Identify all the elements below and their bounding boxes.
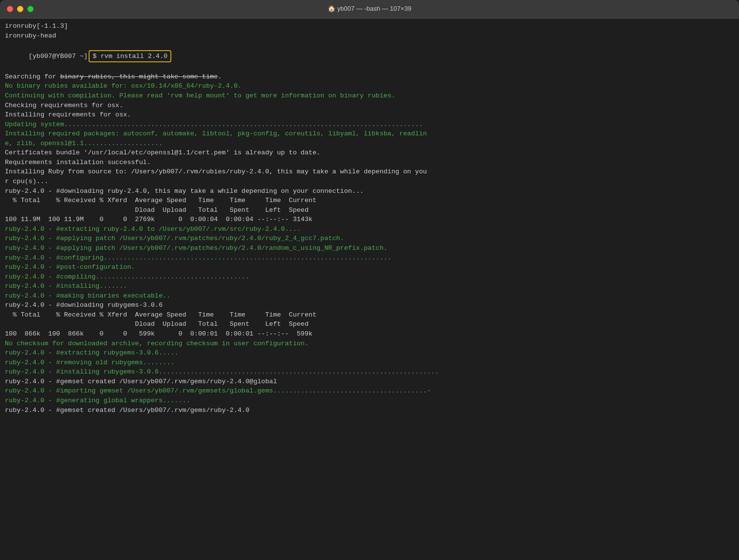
terminal-line: ruby-2.4.0 - #installing rubygems-3.0.6.… [5,367,734,377]
prompt: [yb007@YB007 ~] [29,53,92,60]
terminal-line: ruby-2.4.0 - #installing....... [5,281,734,291]
terminal-line: Searching for binary rubies, this might … [5,72,734,82]
terminal-line: No binary rubies available for: osx/10.1… [5,81,734,91]
terminal-line: Requirements installation successful. [5,158,734,168]
terminal-line: Dload Upload Total Spent Left Speed [5,319,734,329]
terminal-command-line: [yb007@YB007 ~] $ rvm install 2.4.0 [5,40,734,72]
terminal-line: ruby-2.4.0 - #post-configuration. [5,262,734,272]
terminal-line: ruby-2.4.0 - #generating global wrappers… [5,396,734,406]
terminal-line: ruby-2.4.0 - #extracting rubygems-3.0.6.… [5,348,734,358]
terminal-line: ruby-2.4.0 - #configuring...............… [5,253,734,263]
minimize-button[interactable] [17,6,23,12]
terminal-line: ruby-2.4.0 - #extracting ruby-2.4.0 to /… [5,224,734,234]
terminal-line: ruby-2.4.0 - #making binaries executable… [5,291,734,301]
terminal-line: % Total % Received % Xferd Average Speed… [5,196,734,205]
terminal-line: Continuing with compilation. Please read… [5,91,734,101]
terminal-line: Installing required packages: autoconf, … [5,129,734,139]
terminal-line: No checksum for downloaded archive, reco… [5,339,734,349]
terminal-line: ironruby[-1.1.3] [5,21,734,31]
terminal-line: Dload Upload Total Spent Left Speed [5,205,734,215]
terminal-line: ruby-2.4.0 - #compiling.................… [5,272,734,282]
titlebar-title: 🏠 yb007 — -bash — 107×39 [328,4,411,14]
command-highlight-box: $ rvm install 2.4.0 [89,50,171,63]
terminal-line: Certificates bundle '/usr/local/etc/open… [5,148,734,158]
terminal-body[interactable]: ironruby[-1.1.3] ironruby-head [yb007@YB… [0,19,739,560]
terminal-line: ironruby-head [5,31,734,41]
terminal-line: ruby-2.4.0 - #importing gemset /Users/yb… [5,386,734,396]
traffic-lights [7,6,34,12]
terminal-line: Installing Ruby from source to: /Users/y… [5,167,734,177]
terminal-line: ruby-2.4.0 - #downloading rubygems-3.0.6 [5,300,734,310]
terminal-window: 🏠 yb007 — -bash — 107×39 ironruby[-1.1.3… [0,0,739,560]
terminal-line: r cpu(s)... [5,177,734,187]
close-button[interactable] [7,6,13,12]
terminal-line: 100 11.9M 100 11.9M 0 0 2769k 0 0:00:04 … [5,215,734,224]
terminal-line: ruby-2.4.0 - #applying patch /Users/yb00… [5,243,734,253]
terminal-line: % Total % Received % Xferd Average Speed… [5,310,734,320]
maximize-button[interactable] [27,6,34,12]
terminal-line: ruby-2.4.0 - #applying patch /Users/yb00… [5,234,734,243]
terminal-line: ruby-2.4.0 - #removing old rubygems.....… [5,358,734,368]
terminal-line: ruby-2.4.0 - #gemset created /Users/yb00… [5,377,734,387]
terminal-line: ruby-2.4.0 - #downloading ruby-2.4.0, th… [5,187,734,196]
strikethrough-text: binary rubies, this might take some time [60,73,218,80]
titlebar: 🏠 yb007 — -bash — 107×39 [0,0,739,19]
terminal-line: Installing requirements for osx. [5,110,734,120]
terminal-line: Updating system.........................… [5,120,734,130]
terminal-line: 100 866k 100 866k 0 0 599k 0 0:00:01 0:0… [5,329,734,339]
terminal-line: Checking requirements for osx. [5,101,734,111]
terminal-line: ruby-2.4.0 - #gemset created /Users/yb00… [5,406,734,415]
terminal-line: e, zlib, openssl@1.1.................... [5,139,734,149]
